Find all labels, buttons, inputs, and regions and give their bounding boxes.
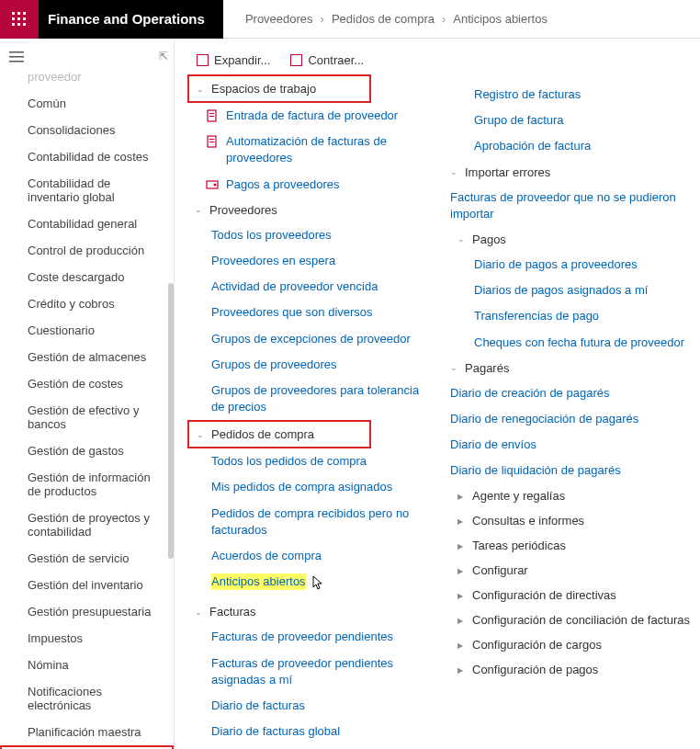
- chevron-down-icon: ⌄: [457, 234, 467, 244]
- chevron-right-icon: ›: [317, 12, 328, 26]
- nav-link[interactable]: Diario de facturas: [175, 693, 428, 719]
- group-label: Espacios de trabajo: [211, 82, 316, 96]
- nav-link[interactable]: Grupos de excepciones de proveedor: [175, 326, 428, 352]
- breadcrumb-item[interactable]: Pedidos de compra: [328, 12, 438, 26]
- sidebar-item[interactable]: Proveedores: [0, 745, 174, 749]
- chevron-right-icon: [457, 541, 467, 550]
- link-label: Proveedores que son diversos: [211, 304, 373, 321]
- nav-link[interactable]: Diario de envíos: [437, 432, 691, 458]
- nav-link[interactable]: Diarios de pagos asignados a mí: [437, 278, 691, 303]
- nav-group-header[interactable]: ⌄Proveedores: [175, 198, 428, 222]
- link-label: Facturas de proveedor pendientes: [211, 629, 393, 645]
- nav-link[interactable]: Diario de liquidación de pagarés: [437, 458, 691, 483]
- link-label: Pagos a proveedores: [226, 176, 340, 193]
- nav-link[interactable]: Anticipos abiertos: [175, 569, 428, 599]
- nav-group-header[interactable]: Configuración de conciliación de factura…: [437, 607, 691, 632]
- breadcrumb-item[interactable]: Anticipos abiertos: [449, 12, 551, 26]
- nav-group-header[interactable]: ⌄Espacios de trabajo: [187, 74, 371, 103]
- link-label: Pedidos de compra recibidos pero no fact…: [211, 505, 428, 539]
- sidebar-item[interactable]: Consolidaciones: [0, 117, 174, 143]
- nav-link[interactable]: Pagos a proveedores: [175, 172, 428, 198]
- link-label: Aprobación de factura: [474, 138, 591, 154]
- svg-point-19: [214, 183, 217, 186]
- expand-all-button[interactable]: Expandir...: [197, 53, 270, 67]
- app-launcher-button[interactable]: [0, 0, 39, 39]
- sidebar-item[interactable]: Planificación maestra: [0, 719, 174, 745]
- nav-link[interactable]: Acuerdos de compra: [175, 543, 428, 569]
- nav-link[interactable]: Todos los proveedores: [175, 222, 428, 248]
- sidebar-item[interactable]: Coste descargado: [0, 264, 174, 290]
- sidebar-item[interactable]: proveedor: [0, 70, 174, 90]
- chevron-right-icon: ›: [438, 12, 449, 26]
- nav-link[interactable]: Facturas de proveedor pendientes asignad…: [175, 651, 428, 693]
- sidebar-item[interactable]: Notificaciones electrónicas: [0, 678, 174, 719]
- group-label: Configuración de pagos: [472, 663, 598, 676]
- collapse-all-button[interactable]: Contraer...: [290, 53, 364, 67]
- nav-group-header[interactable]: Configuración de directivas: [437, 583, 691, 607]
- nav-link[interactable]: Automatización de facturas de proveedore…: [175, 129, 428, 171]
- sidebar-item[interactable]: Nómina: [0, 652, 174, 678]
- sidebar-item[interactable]: Impuestos: [0, 625, 174, 652]
- nav-group-header[interactable]: Tareas periódicas: [437, 533, 691, 558]
- nav-group-header[interactable]: ⌄Pedidos de compra: [187, 420, 371, 448]
- nav-link[interactable]: Facturas de proveedor que no se pudieron…: [437, 185, 691, 227]
- sidebar-item[interactable]: Gestión de proyectos y contabilidad: [0, 505, 174, 545]
- sidebar-item[interactable]: Gestión de efectivo y bancos: [0, 397, 174, 437]
- nav-group-header[interactable]: ⌄Facturas: [175, 599, 428, 624]
- nav-group-header[interactable]: Configuración de pagos: [437, 657, 691, 682]
- chevron-down-icon: ⌄: [197, 430, 206, 439]
- nav-link[interactable]: Cheques con fecha futura de proveedor: [437, 330, 691, 356]
- sidebar-item[interactable]: Contabilidad de costes: [0, 143, 174, 170]
- nav-link[interactable]: Diario de facturas global: [175, 719, 428, 744]
- sidebar-item[interactable]: Crédito y cobros: [0, 290, 174, 317]
- link-label: Proveedores en espera: [211, 253, 335, 269]
- nav-link[interactable]: Registro de facturas: [437, 82, 691, 108]
- sidebar-item[interactable]: Contabilidad de inventario global: [0, 170, 174, 210]
- sidebar-item[interactable]: Gestión de almacenes: [0, 344, 174, 370]
- nav-link[interactable]: Proveedores que son diversos: [175, 300, 428, 325]
- sidebar-item[interactable]: Común: [0, 90, 174, 117]
- nav-link[interactable]: Proveedores en espera: [175, 248, 428, 274]
- scrollbar[interactable]: [168, 283, 174, 559]
- sidebar-item[interactable]: Contabilidad general: [0, 210, 174, 237]
- nav-link[interactable]: Grupos de proveedores: [175, 352, 428, 378]
- nav-link[interactable]: Actividad de proveedor vencida: [175, 274, 428, 300]
- link-label: Registro de facturas: [474, 86, 581, 103]
- pin-icon[interactable]: ⇱: [159, 50, 168, 62]
- sidebar-item[interactable]: Gestión de costes: [0, 370, 174, 397]
- nav-link[interactable]: Transferencias de pago: [437, 303, 691, 329]
- nav-link[interactable]: Mis pedidos de compra asignados: [175, 474, 428, 500]
- nav-group-header[interactable]: ⌄Pagarés: [437, 356, 691, 380]
- nav-link[interactable]: Diario de renegociación de pagarés: [437, 406, 691, 432]
- nav-group-header[interactable]: Consultas e informes: [437, 508, 691, 533]
- nav-link[interactable]: Todos los pedidos de compra: [175, 448, 428, 474]
- nav-link[interactable]: Diario de pagos a proveedores: [437, 252, 691, 278]
- sidebar-item[interactable]: Control de producción: [0, 237, 174, 264]
- sidebar-item[interactable]: Gestión del inventario: [0, 572, 174, 598]
- breadcrumb-item[interactable]: Proveedores: [242, 12, 317, 26]
- nav-group-header[interactable]: ⌄Importar errores: [437, 160, 691, 185]
- svg-rect-11: [9, 61, 24, 62]
- sidebar-item[interactable]: Gestión presupuestaria: [0, 598, 174, 625]
- sidebar-item[interactable]: Gestión de gastos: [0, 437, 174, 464]
- chevron-right-icon: [457, 516, 467, 526]
- sidebar-item[interactable]: Gestión de servicio: [0, 545, 174, 572]
- nav-group-header[interactable]: Configurar: [437, 558, 691, 583]
- nav-link[interactable]: Grupos de proveedores para tolerancia de…: [175, 378, 428, 420]
- nav-link[interactable]: Diario de creación de pagarés: [437, 380, 691, 406]
- hamburger-button[interactable]: [2, 44, 31, 70]
- nav-group-header[interactable]: Agente y regalías: [437, 483, 691, 508]
- nav-link[interactable]: Grupo de factura: [437, 108, 691, 133]
- link-label: Diario de liquidación de pagarés: [450, 462, 621, 479]
- sidebar-item[interactable]: Gestión de información de productos: [0, 464, 174, 505]
- nav-group-header[interactable]: Configuración de cargos: [437, 632, 691, 657]
- sidebar-item[interactable]: Cuestionario: [0, 317, 174, 344]
- nav-link[interactable]: Facturas de proveedor pendientes: [175, 624, 428, 650]
- chevron-right-icon: [457, 591, 467, 600]
- nav-group-header[interactable]: ⌄Pagos: [437, 227, 691, 252]
- link-label: Transferencias de pago: [474, 308, 599, 324]
- nav-link[interactable]: Aprobación de factura: [437, 133, 691, 159]
- group-label: Pedidos de compra: [211, 427, 314, 441]
- nav-link[interactable]: Entrada de factura de proveedor: [175, 103, 428, 129]
- nav-link[interactable]: Pedidos de compra recibidos pero no fact…: [175, 501, 428, 543]
